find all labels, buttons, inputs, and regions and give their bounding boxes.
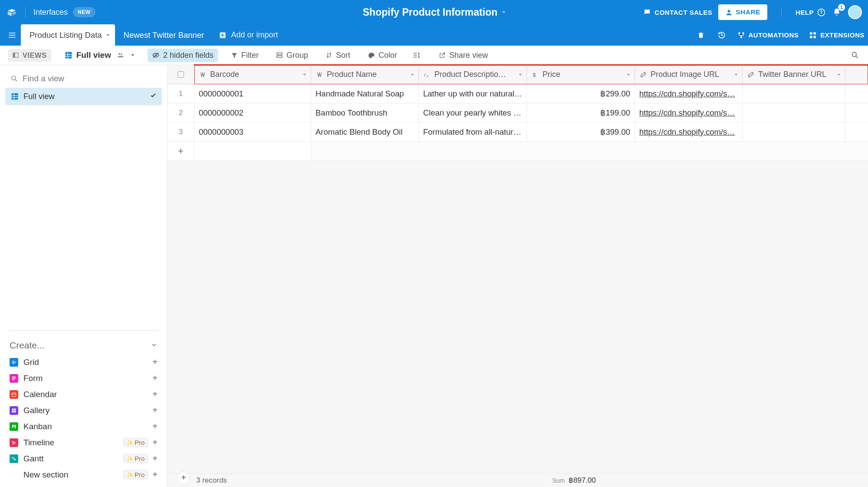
extensions-button[interactable]: EXTENSIONS (809, 31, 865, 39)
svg-rect-32 (13, 444, 15, 444)
sort-label: Sort (336, 51, 350, 60)
airtable-logo-icon[interactable] (6, 7, 17, 17)
cell-description[interactable]: Lather up with our natural… (419, 84, 527, 103)
gallery-icon (10, 406, 18, 415)
cell-twitter-url[interactable] (743, 84, 845, 103)
notifications-button[interactable]: 1 (832, 7, 842, 17)
new-badge: NEW (73, 7, 95, 17)
field-type-icon: fx (423, 71, 431, 79)
automations-button[interactable]: AUTOMATIONS (737, 31, 799, 39)
create-timeline[interactable]: Timeline Pro + (5, 434, 162, 451)
cell-description[interactable]: Formulated from all-natur… (419, 123, 527, 141)
contact-sales-label: CONTACT SALES (654, 9, 712, 16)
search-button[interactable] (850, 50, 860, 60)
table-row[interactable]: 20000000002Bamboo ToothbrushClean your p… (168, 103, 868, 123)
search-icon (10, 75, 18, 83)
hamburger-icon (8, 31, 16, 40)
views-button[interactable]: VIEWS (8, 49, 51, 62)
history-button[interactable] (717, 30, 727, 40)
svg-rect-6 (810, 32, 812, 34)
field-type-icon (316, 71, 323, 79)
svg-rect-30 (12, 441, 14, 442)
plus-icon: + (168, 142, 194, 160)
find-view-input[interactable] (23, 74, 157, 83)
column-header-c0[interactable]: Barcode (194, 65, 311, 84)
help-icon: ? (817, 8, 825, 17)
column-header-c2[interactable]: fxProduct Descriptio… (419, 65, 527, 84)
share-icon (439, 52, 446, 59)
hidden-fields-label: 2 hidden fields (163, 51, 214, 60)
create-section-toggle[interactable]: Create... (5, 337, 162, 354)
cell-price[interactable]: ฿299.00 (527, 84, 635, 103)
base-title-wrap[interactable]: Shopify Product Information (363, 7, 506, 18)
cell-description[interactable]: Clean your pearly whites … (419, 103, 527, 122)
group-button[interactable]: Group (272, 49, 312, 62)
cell-image-url[interactable]: https://cdn.shopify.com/s… (635, 123, 743, 141)
cell-barcode[interactable]: 0000000003 (194, 123, 311, 141)
cell-price[interactable]: ฿199.00 (527, 103, 635, 122)
cell-twitter-url[interactable] (743, 123, 845, 141)
sort-button[interactable]: Sort (321, 49, 355, 62)
cell-product-name[interactable]: Bamboo Toothbrush (311, 103, 419, 122)
svg-point-4 (742, 32, 744, 34)
row-height-button[interactable] (410, 49, 426, 61)
create-grid[interactable]: Grid + (5, 354, 162, 370)
check-icon (150, 92, 157, 101)
trash-button[interactable] (696, 30, 706, 40)
cell-twitter-url[interactable] (743, 103, 845, 122)
column-header-c1[interactable]: Product Name (311, 65, 419, 84)
plus-icon: + (152, 454, 158, 464)
share-view-button[interactable]: Share view (434, 49, 492, 62)
eye-off-icon (152, 51, 160, 59)
cell-image-url[interactable]: https://cdn.shopify.com/s… (635, 84, 743, 103)
add-or-import-button[interactable]: Add or import (219, 30, 278, 40)
contact-sales-button[interactable]: CONTACT SALES (643, 8, 712, 16)
cell-barcode[interactable]: 0000000002 (194, 103, 311, 122)
table-tab-active[interactable]: Product Listing Data (21, 24, 115, 46)
cell-barcode[interactable]: 0000000001 (194, 84, 311, 103)
create-gallery[interactable]: Gallery + (5, 402, 162, 418)
find-view-wrap[interactable] (5, 70, 162, 88)
grid-icon (10, 358, 18, 367)
cell-price[interactable]: ฿399.00 (527, 123, 635, 141)
svg-point-5 (740, 36, 742, 38)
chevron-down-icon (734, 74, 738, 76)
column-label: Twitter Banner URL (758, 70, 826, 79)
create-form[interactable]: Form + (5, 370, 162, 386)
svg-rect-20 (12, 378, 16, 379)
table-tab[interactable]: Newest Twitter Banner (115, 24, 210, 46)
column-header-c3[interactable]: $Price (527, 65, 635, 84)
cell-product-name[interactable]: Handmade Natural Soap (311, 84, 419, 103)
cell-image-url[interactable]: https://cdn.shopify.com/s… (635, 103, 743, 122)
create-new-section[interactable]: New section Pro + (5, 467, 162, 483)
svg-rect-11 (13, 53, 15, 58)
create-gantt[interactable]: Gantt Pro + (5, 451, 162, 467)
tables-menu-button[interactable] (3, 27, 21, 44)
divider (9, 330, 158, 331)
column-header-c4[interactable]: Product Image URL (635, 65, 743, 84)
hidden-fields-button[interactable]: 2 hidden fields (148, 49, 218, 62)
svg-rect-22 (12, 393, 16, 396)
add-row[interactable]: + (168, 142, 868, 161)
share-button[interactable]: SHARE (718, 4, 767, 20)
column-header-c5[interactable]: Twitter Banner URL (743, 65, 845, 84)
create-calendar[interactable]: Calendar + (5, 386, 162, 402)
view-toolbar: VIEWS Full view 2 hidden fields Filter G… (0, 46, 868, 65)
user-avatar[interactable] (848, 5, 862, 19)
cell-product-name[interactable]: Aromatic Blend Body Oil (311, 123, 419, 141)
filter-button[interactable]: Filter (227, 49, 263, 62)
content: Full view Create... Grid + Form + Calend… (0, 65, 868, 487)
table-row[interactable]: 30000000003Aromatic Blend Body OilFormul… (168, 123, 868, 142)
color-button[interactable]: Color (363, 49, 401, 62)
table-row[interactable]: 10000000001Handmade Natural SoapLather u… (168, 84, 868, 103)
interfaces-link[interactable]: Interfaces (33, 8, 68, 17)
view-item[interactable]: Full view (5, 88, 162, 105)
select-all-cell[interactable] (168, 65, 194, 84)
add-record-button[interactable]: + (177, 471, 190, 484)
calendar-icon (10, 390, 18, 399)
group-label: Group (286, 51, 308, 60)
plus-icon: + (152, 470, 158, 480)
help-button[interactable]: HELP ? (796, 8, 825, 17)
view-switcher[interactable]: Full view (60, 48, 139, 62)
create-kanban[interactable]: Kanban + (5, 418, 162, 434)
